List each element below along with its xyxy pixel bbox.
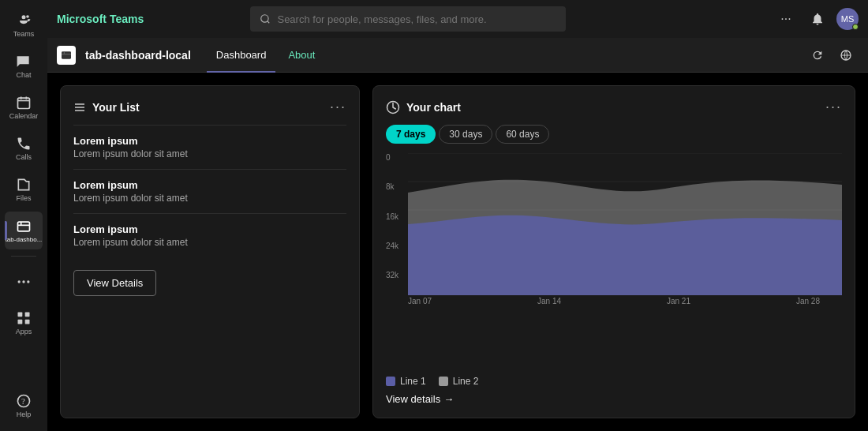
tab-icon xyxy=(16,219,32,234)
sidebar-item-apps[interactable]: Apps xyxy=(5,304,43,342)
app-name: Microsoft Teams xyxy=(57,13,144,25)
sidebar-help-label: Help xyxy=(17,410,32,418)
sidebar-tab-label: tab-dashbo... xyxy=(6,236,43,243)
chart-icon xyxy=(386,100,400,114)
svg-rect-8 xyxy=(25,313,30,317)
svg-rect-2 xyxy=(18,98,30,108)
apps-icon xyxy=(16,310,32,326)
svg-text:?: ? xyxy=(21,396,25,406)
chart-tab-30days[interactable]: 30 days xyxy=(439,125,492,144)
app-small-icon xyxy=(60,49,73,62)
svg-rect-9 xyxy=(18,320,23,324)
chart-card-header: Your chart ··· xyxy=(386,99,842,115)
svg-point-0 xyxy=(22,15,26,19)
search-icon xyxy=(260,13,271,24)
sidebar-chat-label: Chat xyxy=(16,71,31,79)
svg-point-4 xyxy=(18,280,21,283)
content-area: Your List ··· Lorem ipsum Lorem ipsum do… xyxy=(47,73,868,431)
list-item[interactable]: Lorem ipsum Lorem ipsum dolor sit amet xyxy=(73,169,346,213)
list-card-header: Your List ··· xyxy=(73,99,346,115)
sidebar-item-more[interactable] xyxy=(5,263,43,301)
notifications-button[interactable] xyxy=(805,6,830,32)
chart-inner xyxy=(408,153,842,295)
tabbar-appname: tab-dashboard-local xyxy=(85,49,191,62)
y-axis-labels: 32k 24k 16k 8k 0 xyxy=(386,153,408,279)
tabbar: tab-dashboard-local Dashboard About xyxy=(47,38,868,73)
sidebar-item-help[interactable]: ? Help xyxy=(5,387,43,425)
legend-dot-line2 xyxy=(439,377,448,386)
list-icon xyxy=(73,101,86,114)
chart-tab-7days[interactable]: 7 days xyxy=(386,125,436,144)
bell-icon xyxy=(810,12,825,26)
list-item[interactable]: Lorem ipsum Lorem ipsum dolor sit amet xyxy=(73,125,346,169)
svg-point-13 xyxy=(261,15,268,22)
legend-dot-line1 xyxy=(386,377,395,386)
chat-icon xyxy=(16,54,32,69)
files-icon xyxy=(16,177,32,193)
topbar-actions: ··· MS xyxy=(773,6,859,32)
chart-card-title: Your chart xyxy=(386,100,461,114)
sidebar-item-files[interactable]: Files xyxy=(5,171,43,208)
list-more-button[interactable]: ··· xyxy=(330,99,346,115)
sidebar-item-calls[interactable]: Calls xyxy=(5,129,43,167)
legend-item-line2: Line 2 xyxy=(439,376,479,387)
sidebar-calendar-label: Calendar xyxy=(9,112,39,120)
app-icon xyxy=(57,46,76,65)
view-details-button[interactable]: View Details xyxy=(73,270,156,296)
sidebar-item-calendar[interactable]: Calendar xyxy=(5,88,43,126)
list-card: Your List ··· Lorem ipsum Lorem ipsum do… xyxy=(60,85,360,418)
chart-view-details-link[interactable]: View details → xyxy=(386,393,842,405)
search-input[interactable] xyxy=(277,13,556,25)
sidebar: Teams Chat Calendar Calls Files tab-d xyxy=(0,0,47,431)
chart-more-button[interactable]: ··· xyxy=(825,99,842,115)
more-options-button[interactable]: ··· xyxy=(773,6,799,32)
avatar-status-dot xyxy=(852,24,859,30)
svg-rect-10 xyxy=(25,320,30,324)
svg-rect-3 xyxy=(18,222,30,231)
avatar[interactable]: MS xyxy=(836,8,859,30)
sidebar-apps-label: Apps xyxy=(16,328,32,335)
sidebar-item-chat[interactable]: Chat xyxy=(5,47,43,85)
svg-rect-7 xyxy=(18,313,23,317)
svg-rect-14 xyxy=(62,51,71,58)
chart-svg xyxy=(408,153,842,295)
globe-button[interactable] xyxy=(833,43,859,68)
svg-point-6 xyxy=(27,280,29,283)
chart-tab-60days[interactable]: 60 days xyxy=(496,125,549,144)
more-icon xyxy=(16,274,32,290)
help-icon: ? xyxy=(16,393,32,409)
tab-about[interactable]: About xyxy=(279,38,324,73)
tabbar-actions xyxy=(805,43,859,68)
x-axis-labels: Jan 07 Jan 14 Jan 21 Jan 28 xyxy=(386,297,842,305)
calendar-icon xyxy=(16,95,32,111)
teams-icon xyxy=(16,13,32,28)
refresh-button[interactable] xyxy=(805,43,830,68)
search-bar[interactable] xyxy=(250,6,566,32)
sidebar-files-label: Files xyxy=(16,194,31,202)
legend-item-line1: Line 1 xyxy=(386,376,426,387)
sidebar-calls-label: Calls xyxy=(16,153,32,161)
tab-dashboard[interactable]: Dashboard xyxy=(207,38,276,73)
sidebar-divider xyxy=(11,256,36,257)
chart-legend: Line 1 Line 2 xyxy=(386,376,842,387)
sidebar-item-tab[interactable]: tab-dashbo... xyxy=(5,212,43,249)
sidebar-teams-label: Teams xyxy=(13,30,35,38)
main-area: Microsoft Teams ··· MS xyxy=(47,0,868,431)
topbar: Microsoft Teams ··· MS xyxy=(47,0,868,38)
svg-point-1 xyxy=(26,15,29,18)
svg-point-5 xyxy=(22,280,24,283)
chart-tabs: 7 days 30 days 60 days xyxy=(386,125,842,144)
refresh-icon xyxy=(811,49,824,62)
chart-wrapper: 32k 24k 16k 8k 0 xyxy=(386,153,842,369)
calls-icon xyxy=(16,136,32,152)
sidebar-item-teams[interactable]: Teams xyxy=(5,6,43,44)
list-card-title: Your List xyxy=(73,101,140,114)
globe-icon xyxy=(840,49,852,62)
chart-card: Your chart ··· 7 days 30 days 60 days 32… xyxy=(372,85,855,418)
list-item[interactable]: Lorem ipsum Lorem ipsum dolor sit amet xyxy=(73,213,346,257)
